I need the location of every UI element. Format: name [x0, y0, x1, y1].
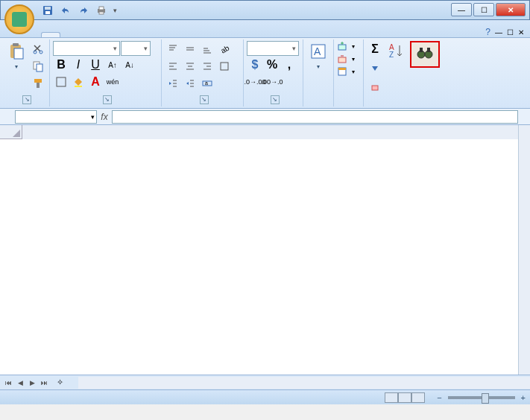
autosum-button[interactable]: Σ	[367, 41, 383, 57]
cut-button[interactable]	[30, 41, 46, 57]
svg-rect-47	[338, 57, 346, 63]
page-break-view-button[interactable]	[411, 392, 425, 403]
save-icon[interactable]	[42, 4, 54, 16]
help-icon[interactable]: ?	[485, 27, 490, 37]
alignment-dialog-launcher[interactable]: ↘	[200, 95, 209, 104]
format-cells-button[interactable]: ▾	[337, 66, 355, 77]
font-color-button[interactable]: A	[87, 74, 104, 90]
svg-rect-55	[420, 48, 423, 52]
binoculars-icon	[416, 44, 434, 62]
new-sheet-icon[interactable]: ✧	[57, 378, 63, 387]
increase-indent-button[interactable]	[182, 75, 198, 92]
svg-rect-16	[75, 86, 82, 87]
format-painter-button[interactable]	[30, 75, 46, 92]
sort-filter-button[interactable]: AZ	[385, 41, 408, 65]
page-layout-view-button[interactable]	[398, 392, 411, 403]
align-left-button[interactable]	[165, 58, 181, 74]
status-bar: − +	[0, 389, 530, 404]
group-font: B I U A↑ A↓ A wén ↘	[50, 39, 162, 106]
fill-button[interactable]	[367, 60, 383, 76]
svg-rect-35	[221, 63, 228, 70]
align-bottom-button[interactable]	[199, 41, 215, 57]
number-format-combo[interactable]	[247, 41, 299, 56]
font-size-combo[interactable]	[121, 41, 151, 56]
close-button[interactable]: ✕	[496, 3, 526, 16]
grow-font-button[interactable]: A↑	[104, 57, 121, 73]
redo-icon[interactable]	[78, 4, 89, 16]
tab-data[interactable]	[120, 33, 138, 37]
title-bar: ▾ — ☐ ✕	[0, 0, 530, 20]
number-dialog-launcher[interactable]: ↘	[271, 95, 280, 104]
wrap-text-button[interactable]	[216, 58, 233, 74]
fx-icon[interactable]: fx	[97, 112, 112, 122]
clear-button[interactable]	[367, 78, 383, 95]
copy-button[interactable]	[30, 58, 46, 74]
align-right-button[interactable]	[199, 58, 215, 74]
border-button[interactable]	[53, 74, 69, 90]
merge-button[interactable]: a	[199, 75, 215, 92]
italic-button[interactable]: I	[70, 57, 86, 73]
styles-button[interactable]: A ▾	[306, 41, 330, 71]
tab-formulas[interactable]	[101, 33, 119, 37]
percent-button[interactable]: %	[264, 57, 280, 73]
print-icon[interactable]	[95, 4, 107, 16]
svg-text:ab: ab	[219, 44, 230, 54]
find-select-button[interactable]	[410, 41, 440, 68]
font-dialog-launcher[interactable]: ↘	[103, 95, 112, 104]
sort-icon: AZ	[388, 42, 406, 60]
svg-text:a: a	[205, 80, 208, 86]
insert-cells-button[interactable]: ▾	[337, 41, 355, 51]
close-workbook-icon[interactable]: ✕	[518, 28, 524, 36]
tab-view[interactable]	[159, 33, 177, 37]
sheet-nav-first-icon[interactable]: ⏮	[3, 379, 13, 386]
sheet-nav-last-icon[interactable]: ⏭	[39, 379, 49, 386]
zoom-slider[interactable]	[448, 396, 515, 399]
align-center-button[interactable]	[182, 58, 198, 74]
group-styles: A ▾	[303, 39, 334, 106]
svg-rect-13	[34, 79, 42, 83]
restore-window-icon[interactable]: ☐	[507, 28, 514, 36]
align-top-button[interactable]	[165, 41, 181, 57]
horizontal-scrollbar[interactable]	[78, 377, 530, 389]
delete-cells-button[interactable]: ▾	[337, 54, 355, 64]
svg-rect-15	[57, 77, 66, 86]
select-all-corner[interactable]	[0, 125, 22, 139]
office-button[interactable]	[4, 4, 34, 34]
phonetic-button[interactable]: wén	[104, 74, 121, 90]
undo-icon[interactable]	[60, 4, 72, 16]
svg-text:A: A	[314, 45, 321, 57]
svg-rect-46	[338, 45, 346, 50]
normal-view-button[interactable]	[385, 392, 398, 403]
tab-review[interactable]	[139, 33, 157, 37]
decrease-decimal-button[interactable]: .00→.0	[264, 74, 280, 90]
minimize-button[interactable]: —	[451, 3, 472, 16]
name-box[interactable]	[15, 110, 97, 124]
tab-insert[interactable]	[62, 33, 80, 37]
sheet-nav-prev-icon[interactable]: ◀	[15, 379, 25, 386]
bold-button[interactable]: B	[53, 57, 69, 73]
tab-layout[interactable]	[81, 33, 99, 37]
currency-button[interactable]: $	[247, 57, 263, 73]
underline-button[interactable]: U	[87, 57, 104, 73]
clipboard-dialog-launcher[interactable]: ↘	[22, 95, 31, 104]
zoom-out-button[interactable]: −	[437, 393, 441, 402]
shrink-font-button[interactable]: A↓	[122, 57, 138, 73]
paste-button[interactable]: ▾	[4, 41, 28, 71]
orientation-button[interactable]: ab	[216, 41, 233, 57]
maximize-button[interactable]: ☐	[473, 3, 494, 16]
formula-input[interactable]	[112, 110, 518, 124]
svg-rect-5	[99, 12, 104, 14]
comma-button[interactable]: ,	[281, 57, 297, 73]
zoom-in-button[interactable]: +	[521, 393, 526, 402]
fill-color-button[interactable]	[70, 74, 86, 90]
sheet-nav-next-icon[interactable]: ▶	[27, 379, 37, 386]
qat-dropdown-icon[interactable]: ▾	[113, 7, 117, 14]
decrease-indent-button[interactable]	[165, 75, 181, 92]
tab-home[interactable]	[41, 32, 60, 37]
minimize-ribbon-icon[interactable]: —	[495, 28, 502, 36]
vertical-scrollbar[interactable]	[518, 125, 530, 375]
svg-text:Z: Z	[389, 51, 394, 59]
align-middle-button[interactable]	[182, 41, 198, 57]
svg-rect-8	[14, 48, 23, 59]
font-name-combo[interactable]	[53, 41, 120, 56]
